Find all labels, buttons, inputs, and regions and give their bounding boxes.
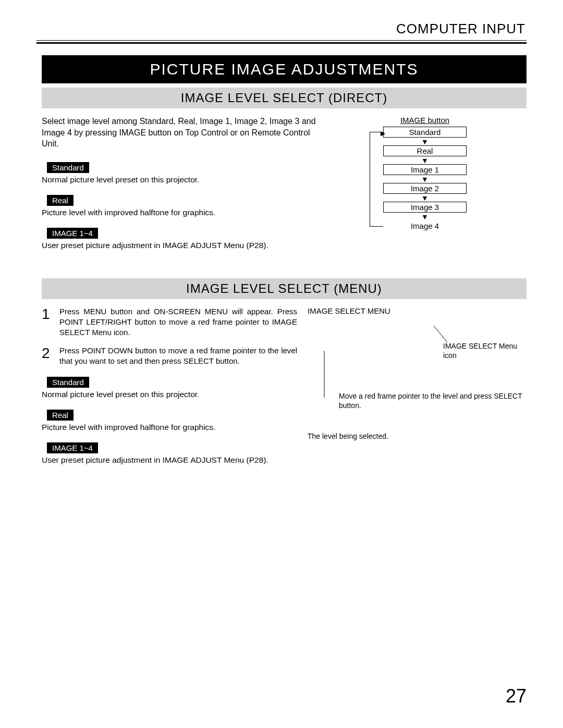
desc-standard: Normal picture level preset on this proj…	[42, 175, 318, 184]
cycle-return-arrow-icon: ▶	[381, 130, 385, 137]
callout-pointer-text: Move a red frame pointer to the level an…	[339, 392, 522, 410]
down-arrow-icon: ▼	[383, 175, 467, 183]
label-image14: IMAGE 1~4	[47, 228, 98, 239]
image-select-menu-label: IMAGE SELECT MENU	[308, 306, 527, 315]
down-arrow-icon: ▼	[383, 194, 467, 202]
header-rule	[36, 40, 527, 44]
desc-real-2: Picture level with improved halftone for…	[42, 423, 297, 432]
cycle-level-real: Real	[383, 145, 467, 156]
section-title-menu: IMAGE LEVEL SELECT (MENU)	[42, 278, 527, 299]
down-arrow-icon: ▼	[383, 138, 467, 145]
callout-menu-icon: IMAGE SELECT Menu icon	[443, 341, 527, 360]
label-real-2: Real	[47, 410, 74, 421]
step-text-1: Press MENU button and ON-SCREEN MENU wil…	[59, 306, 297, 338]
main-title: PICTURE IMAGE ADJUSTMENTS	[42, 55, 527, 83]
label-real: Real	[47, 195, 74, 206]
image-button-label: IMAGE button	[323, 116, 527, 125]
callout-selected: The level being selected.	[308, 431, 527, 441]
label-image14-2: IMAGE 1~4	[47, 442, 98, 453]
desc-standard-2: Normal picture level preset on this proj…	[42, 390, 297, 399]
cycle-level-image4: Image 4	[383, 220, 467, 230]
cycle-level-image2: Image 2	[383, 183, 467, 194]
down-arrow-icon: ▼	[383, 213, 467, 220]
cycle-level-image1: Image 1	[383, 164, 467, 175]
direct-intro: Select image level among Standard, Real,…	[42, 116, 318, 150]
desc-real: Picture level with improved halftone for…	[42, 208, 318, 217]
down-arrow-icon: ▼	[383, 156, 467, 164]
desc-image14-2: User preset picture adjustment in IMAGE …	[42, 455, 297, 465]
cycle-diagram: ▶ Standard ▼ Real ▼ Image 1 ▼ Image 2 ▼ …	[383, 127, 467, 230]
callout-selected-text: The level being selected.	[308, 432, 388, 440]
callout-line-icon	[324, 351, 345, 398]
cycle-level-standard: Standard	[383, 127, 467, 138]
desc-image14: User preset picture adjustment in IMAGE …	[42, 241, 318, 250]
svg-line-0	[434, 326, 447, 342]
callout-line-icon	[434, 326, 449, 344]
cycle-level-image3: Image 3	[383, 202, 467, 213]
step-text-2: Press POINT DOWN button to move a red fr…	[59, 346, 297, 367]
callout-menu-icon-text: IMAGE SELECT Menu icon	[443, 342, 517, 360]
callout-line-icon	[313, 397, 339, 398]
section-title-direct: IMAGE LEVEL SELECT (DIRECT)	[42, 88, 527, 108]
step-number-1: 1	[42, 306, 59, 338]
page-number: 27	[506, 685, 527, 707]
callout-pointer: Move a red frame pointer to the level an…	[339, 391, 527, 410]
step-number-2: 2	[42, 346, 59, 367]
label-standard: Standard	[47, 162, 89, 173]
label-standard-2: Standard	[47, 377, 89, 388]
header-category: COMPUTER INPUT	[36, 21, 527, 37]
